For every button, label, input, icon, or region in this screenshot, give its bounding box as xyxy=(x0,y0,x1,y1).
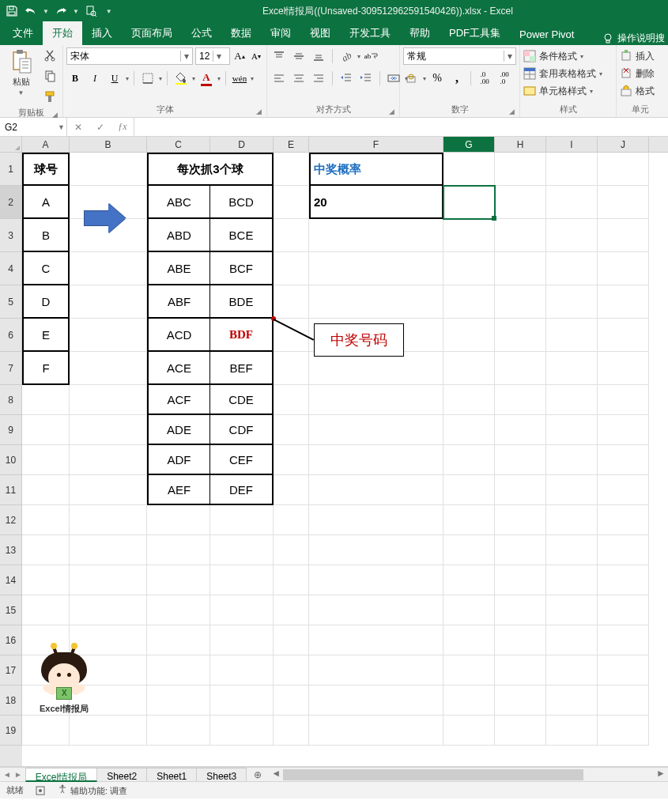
cell[interactable] xyxy=(443,685,495,716)
sheet-nav-last-icon[interactable]: ► xyxy=(14,770,22,779)
cell-styles-button[interactable]: 单元格样式 ▾ xyxy=(523,83,593,99)
cell[interactable] xyxy=(495,475,546,505)
cell[interactable] xyxy=(598,655,649,685)
cell-F1[interactable]: 中奖概率 xyxy=(309,153,443,186)
cell[interactable] xyxy=(443,285,495,319)
row-header-19[interactable]: 19 xyxy=(0,716,22,746)
wrap-text-icon[interactable]: ab xyxy=(363,47,380,65)
cell-C3[interactable]: ABD xyxy=(147,219,210,252)
number-launcher-icon[interactable]: ◢ xyxy=(509,108,515,115)
fill-color-button[interactable] xyxy=(172,70,190,87)
tab-formula[interactable]: 公式 xyxy=(182,21,221,45)
cell[interactable] xyxy=(495,252,546,285)
font-color-button[interactable]: A xyxy=(198,70,215,87)
cell[interactable] xyxy=(443,219,495,252)
cell[interactable] xyxy=(70,252,147,285)
cell[interactable] xyxy=(546,415,598,445)
cell[interactable] xyxy=(274,565,309,595)
cell[interactable] xyxy=(495,625,546,655)
cell[interactable] xyxy=(546,716,598,746)
font-name-combo[interactable]: 宋体▾ xyxy=(66,47,193,65)
cell[interactable] xyxy=(210,685,274,716)
tell-me-label[interactable]: 操作说明搜 xyxy=(617,32,665,45)
cell[interactable] xyxy=(546,319,598,352)
col-header-I[interactable]: I xyxy=(546,137,598,152)
chevron-down-icon[interactable]: ▾ xyxy=(126,75,129,82)
cell[interactable] xyxy=(546,385,598,415)
decrease-decimal-icon[interactable]: .00.0 xyxy=(496,70,513,87)
col-header-J[interactable]: J xyxy=(598,137,649,152)
cell[interactable] xyxy=(443,565,495,595)
cell-C8[interactable]: ACF xyxy=(147,385,210,415)
cell[interactable] xyxy=(70,625,147,655)
arrow-shape[interactable] xyxy=(84,203,130,233)
cell[interactable] xyxy=(443,352,495,385)
row-header-3[interactable]: 3 xyxy=(0,219,22,252)
chevron-down-icon[interactable]: ▾ xyxy=(251,75,254,82)
cells-area[interactable]: 球号ABCDEF每次抓3个球ABCBCDABDBCEABEBCFABFBDEAC… xyxy=(22,153,668,767)
cell[interactable] xyxy=(546,285,598,319)
cell[interactable] xyxy=(598,415,649,445)
cell-C7[interactable]: ACE xyxy=(147,352,210,385)
tab-file[interactable]: 文件 xyxy=(3,21,43,45)
cell[interactable] xyxy=(443,319,495,352)
number-format-combo[interactable]: 常规▾ xyxy=(403,47,516,65)
row-header-2[interactable]: 2 xyxy=(0,186,22,219)
cell[interactable] xyxy=(70,535,147,565)
cell[interactable] xyxy=(495,186,546,219)
cell[interactable] xyxy=(598,319,649,352)
align-center-icon[interactable] xyxy=(290,70,308,87)
cell[interactable] xyxy=(274,625,309,655)
cell[interactable] xyxy=(495,319,546,352)
cell[interactable] xyxy=(598,285,649,319)
cell[interactable] xyxy=(598,505,649,535)
cell[interactable] xyxy=(22,385,70,415)
row-header-4[interactable]: 4 xyxy=(0,252,22,285)
cell[interactable] xyxy=(274,385,309,415)
cell[interactable] xyxy=(274,219,309,252)
cell-A3[interactable]: B xyxy=(22,219,70,252)
cell[interactable] xyxy=(598,186,649,219)
cell[interactable] xyxy=(495,716,546,746)
cell-C10[interactable]: ADF xyxy=(147,445,210,475)
cell-C4[interactable]: ABE xyxy=(147,252,210,285)
cell[interactable] xyxy=(598,385,649,415)
cell[interactable] xyxy=(70,445,147,475)
cell[interactable] xyxy=(309,445,443,475)
cell-D5[interactable]: BDE xyxy=(210,285,274,319)
cell[interactable] xyxy=(309,252,443,285)
phonetic-button[interactable]: wén xyxy=(231,70,248,87)
chevron-down-icon[interactable]: ▾ xyxy=(423,75,426,82)
cell[interactable] xyxy=(598,565,649,595)
cell[interactable] xyxy=(22,415,70,445)
cell-D11[interactable]: DEF xyxy=(210,475,274,505)
cell[interactable] xyxy=(495,685,546,716)
align-left-icon[interactable] xyxy=(270,70,288,87)
cell-C6[interactable]: ACD xyxy=(147,319,210,352)
row-header-12[interactable]: 12 xyxy=(0,505,22,535)
tab-data[interactable]: 数据 xyxy=(221,21,261,45)
col-header-B[interactable]: B xyxy=(70,137,147,152)
tab-page-layout[interactable]: 页面布局 xyxy=(122,21,182,45)
cell-A2[interactable]: A xyxy=(22,186,70,219)
cell[interactable] xyxy=(22,716,70,746)
sheet-tab-1[interactable]: Sheet1 xyxy=(147,768,197,781)
cell[interactable] xyxy=(546,153,598,186)
select-all-corner[interactable] xyxy=(0,137,22,152)
cell[interactable] xyxy=(147,505,210,535)
cell[interactable] xyxy=(546,565,598,595)
cell[interactable] xyxy=(309,475,443,505)
cell[interactable] xyxy=(309,415,443,445)
scroll-left-icon[interactable]: ◄ xyxy=(269,768,283,779)
cell[interactable] xyxy=(495,445,546,475)
cell[interactable] xyxy=(274,595,309,625)
undo-icon[interactable] xyxy=(24,4,38,18)
cell[interactable] xyxy=(443,475,495,505)
row-header-1[interactable]: 1 xyxy=(0,153,22,186)
cell[interactable] xyxy=(598,716,649,746)
cell-D10[interactable]: CEF xyxy=(210,445,274,475)
cell[interactable] xyxy=(443,445,495,475)
cell-C2[interactable]: ABC xyxy=(147,186,210,219)
cell[interactable] xyxy=(495,352,546,385)
name-box[interactable]: G2▼ xyxy=(0,118,67,136)
